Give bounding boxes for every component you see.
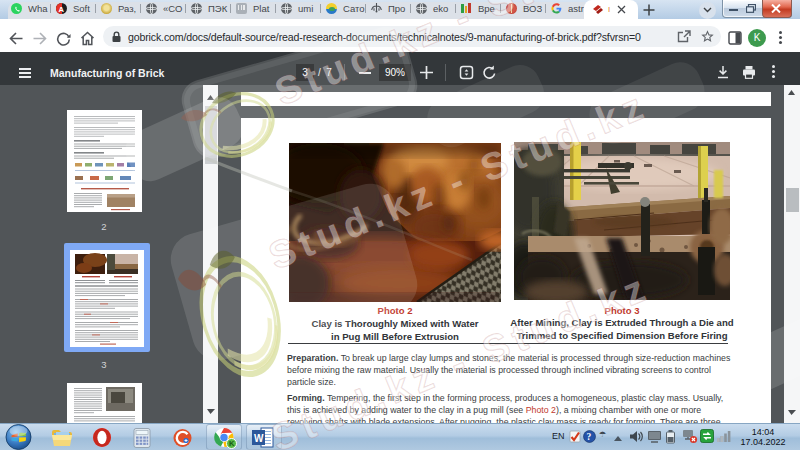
svg-text:?: ? xyxy=(586,432,591,442)
svg-text:W: W xyxy=(254,433,264,444)
